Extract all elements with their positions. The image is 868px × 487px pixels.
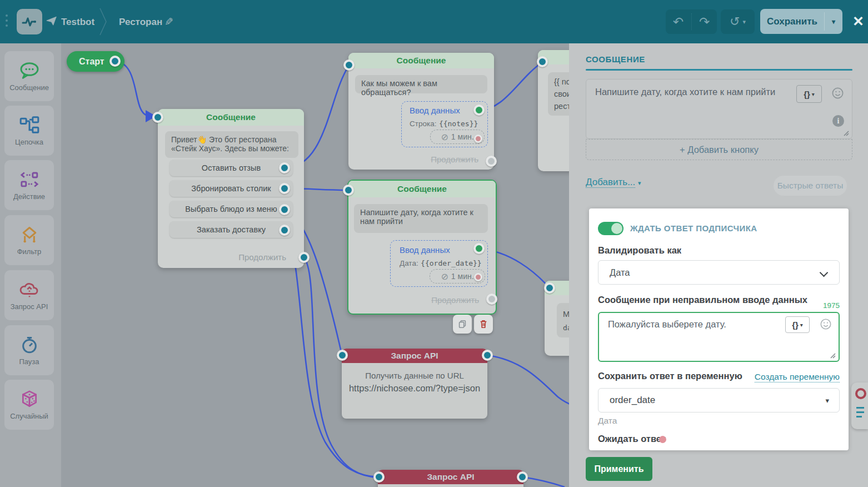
palette-item-label: Случайный [10, 412, 48, 420]
message-text-input[interactable]: Напишите дату, когда хотите к нам прийти… [586, 79, 852, 139]
dice-icon [18, 390, 41, 409]
port-out[interactable] [279, 204, 290, 215]
caret-down-icon: ▾ [825, 396, 829, 405]
data-input-label: Ввод данных [410, 106, 460, 115]
port-out[interactable] [482, 350, 493, 361]
telegram-icon [46, 16, 58, 27]
action-code-icon [18, 170, 41, 189]
input-type-label: Дата: [400, 259, 418, 267]
variable-select[interactable]: order_date ▾ [598, 388, 840, 413]
node-settings-panel: СООБЩЕНИЕ Напишите дату, когда хотите к … [569, 43, 868, 487]
port-in[interactable] [152, 112, 163, 123]
quick-replies-button[interactable]: Быстрые ответы [774, 176, 847, 196]
save-button[interactable]: Сохранить [760, 16, 824, 27]
emoji-icon[interactable] [820, 318, 832, 330]
error-message-value: Пожалуйста выберете дату. [608, 319, 726, 330]
port-out-disabled[interactable] [486, 156, 497, 167]
info-icon[interactable]: i [832, 115, 844, 127]
resize-handle-icon[interactable] [842, 130, 849, 136]
kebab-menu-icon[interactable] [6, 14, 9, 30]
app-logo[interactable] [17, 9, 42, 34]
copy-icon [457, 319, 467, 329]
node-button-order-delivery[interactable]: Заказать доставку [169, 221, 293, 238]
port-out-disabled[interactable] [486, 294, 497, 305]
port-out[interactable] [279, 162, 290, 173]
side-tab-partial[interactable] [851, 382, 868, 429]
duplicate-node-button[interactable] [453, 315, 472, 334]
caret-down-icon: ▾ [638, 180, 641, 186]
palette-item-random[interactable]: Случайный [4, 380, 54, 430]
wait-reply-toggle[interactable] [598, 222, 623, 235]
close-icon[interactable]: ✕ [852, 13, 864, 29]
char-counter: 1975 [823, 301, 840, 310]
bot-name[interactable]: Testbot [61, 17, 94, 28]
save-to-variable-label: Сохранить ответ в переменную [598, 371, 742, 381]
caret-down-icon: ▾ [742, 18, 746, 26]
palette-item-pause[interactable]: Пауза [4, 325, 54, 375]
message-node-2[interactable]: Сообщение Как мы можем к вам обращаться?… [348, 53, 494, 170]
port-out-timeout[interactable] [474, 135, 482, 143]
top-bar: Testbot Ресторан ✎ ↶ ↷ ↺ ▾ Сохранить ▾ [0, 0, 868, 43]
history-button[interactable]: ↺ ▾ [721, 9, 755, 34]
api-node-1[interactable]: Запрос API Получить данные по URL https:… [342, 349, 487, 419]
message-node-1-text: Привет👋 Это бот ресторана «Стейк Хаус». … [165, 131, 298, 158]
error-message-input[interactable]: Пожалуйста выберете дату. {} ▾ [598, 312, 840, 362]
api-node-1-header: Запрос API [342, 349, 487, 363]
palette-item-api[interactable]: Запрос API [4, 270, 54, 320]
resize-handle-icon[interactable] [829, 352, 836, 359]
undo-redo-group: ↶ ↷ [666, 9, 717, 34]
palette-item-action[interactable]: Действие [4, 160, 54, 210]
quick-replies-label: Быстрые ответы [777, 181, 844, 191]
port-out[interactable] [517, 471, 528, 483]
apply-button[interactable]: Применить [586, 457, 652, 481]
redo-button[interactable]: ↷ [692, 14, 717, 29]
port-in[interactable] [373, 471, 385, 483]
edge-api1-out [487, 355, 575, 406]
node-button-book-table[interactable]: Збронировать столик [169, 180, 293, 197]
add-button-area[interactable]: + Добавить кнопку [586, 139, 852, 160]
api-node-2[interactable]: Запрос API [378, 470, 523, 487]
delete-node-button[interactable] [474, 315, 493, 334]
add-more-dropdown[interactable]: Добавить... ▾ [586, 177, 641, 188]
create-variable-link[interactable]: Создать переменную [755, 372, 840, 382]
port-in[interactable] [537, 56, 548, 67]
palette-item-filter[interactable]: Фильтр [4, 215, 54, 265]
flow-name[interactable]: Ресторан [119, 17, 162, 28]
wait-reply-settings-card: ЖДАТЬ ОТВЕТ ПОДПИСЧИКА Валидировать как … [589, 208, 849, 450]
node-button-leave-review[interactable]: Оставить отзыв [169, 160, 293, 176]
palette-item-message[interactable]: Сообщение [4, 51, 54, 101]
wait-reply-toggle-label: ЖДАТЬ ОТВЕТ ПОДПИСЧИКА [630, 223, 757, 233]
no-entry-icon: ⊘ [441, 271, 448, 282]
expect-reply-port-dot[interactable] [659, 436, 666, 443]
port-out[interactable] [279, 183, 290, 194]
stopwatch-icon [18, 335, 41, 354]
port-out[interactable] [109, 56, 121, 67]
pencil-icon[interactable]: ✎ [164, 16, 173, 28]
insert-variable-button[interactable]: {} ▾ [796, 85, 822, 103]
variable-select-value: order_date [610, 395, 655, 406]
insert-variable-button[interactable]: {} ▾ [785, 316, 810, 333]
port-out[interactable] [279, 225, 290, 236]
undo-button[interactable]: ↶ [666, 14, 691, 29]
port-out-input[interactable] [473, 105, 485, 116]
input-variable: {{order_date}} [421, 259, 482, 267]
no-entry-icon: ⊘ [441, 132, 448, 142]
port-in[interactable] [343, 59, 355, 71]
save-options-button[interactable]: ▾ [825, 18, 842, 26]
port-in[interactable] [544, 282, 555, 294]
emoji-icon[interactable] [831, 87, 844, 100]
port-in[interactable] [343, 185, 354, 196]
port-out-input[interactable] [473, 243, 485, 254]
validate-as-select[interactable]: Дата [598, 260, 840, 285]
palette-item-chain[interactable]: Цепочка [4, 106, 54, 156]
error-message-label: Сообщение при неправильном вводе данных [598, 295, 807, 305]
palette-item-label: Фильтр [17, 247, 42, 256]
cloud-api-icon [18, 280, 41, 299]
port-out[interactable] [298, 252, 310, 263]
port-out-timeout[interactable] [474, 273, 482, 281]
node-button-choose-dish[interactable]: Выбрать блюдо из меню [169, 201, 293, 217]
caret-down-icon: ▾ [800, 322, 803, 328]
message-node-2-header: Сообщение [348, 53, 494, 68]
port-in[interactable] [337, 350, 348, 361]
save-split-button: Сохранить ▾ [760, 9, 842, 34]
